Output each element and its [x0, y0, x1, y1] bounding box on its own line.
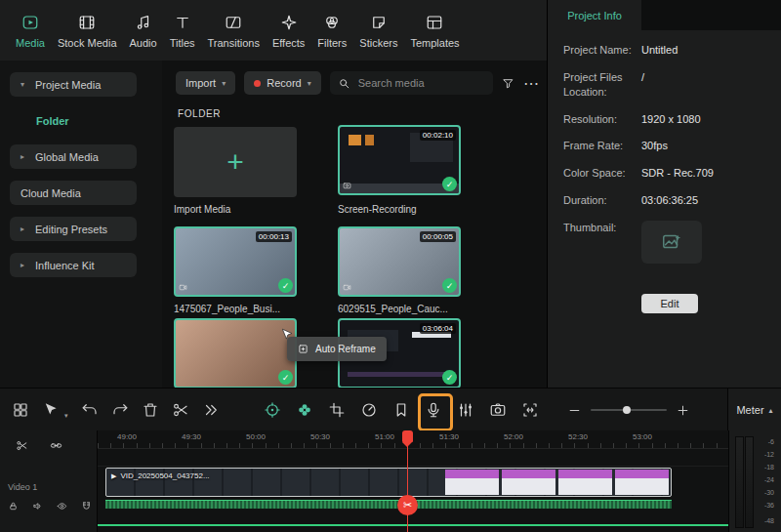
- field-label: Resolution:: [563, 112, 641, 127]
- field-value: 30fps: [641, 139, 668, 153]
- zoom-slider-knob[interactable]: [623, 406, 631, 414]
- tab-templates[interactable]: Templates: [410, 13, 459, 49]
- speaker-icon[interactable]: [32, 501, 43, 512]
- ruler-time-label: 51:30: [439, 432, 459, 441]
- tab-effects[interactable]: Effects: [272, 13, 305, 49]
- search-icon: [338, 77, 350, 90]
- delete-icon[interactable]: [142, 401, 159, 419]
- meter-label: Meter: [736, 404, 763, 416]
- check-badge-icon[interactable]: ✓: [278, 278, 293, 293]
- audio-mixer-icon[interactable]: [457, 401, 474, 419]
- tab-label: Media: [16, 37, 45, 49]
- tab-transitions[interactable]: Transitions: [208, 13, 260, 49]
- tab-titles[interactable]: Titles: [170, 13, 195, 49]
- playhead-handle[interactable]: [402, 430, 413, 442]
- more-options-icon[interactable]: ⋯: [523, 74, 539, 93]
- select-tool-icon[interactable]: [42, 401, 60, 419]
- toolbar-left-group: ▾: [12, 389, 220, 431]
- microphone-icon[interactable]: [425, 401, 442, 419]
- scissors-line-icon[interactable]: [16, 439, 28, 452]
- scissors-icon: ✂: [403, 499, 412, 512]
- clover-effect-icon[interactable]: [296, 401, 313, 419]
- tab-stickers[interactable]: Stickers: [359, 13, 397, 49]
- search-box: [330, 71, 493, 95]
- media-item-person-video[interactable]: ✓: [174, 318, 297, 389]
- expand-arrows-icon[interactable]: [521, 401, 539, 419]
- cut-scissors-badge[interactable]: ✂: [397, 495, 418, 515]
- check-badge-icon[interactable]: ✓: [442, 370, 457, 385]
- check-badge-icon[interactable]: ✓: [442, 177, 457, 191]
- search-input[interactable]: [356, 76, 485, 90]
- zoom-in-icon[interactable]: [677, 404, 689, 417]
- tab-project-info[interactable]: Project Info: [548, 0, 641, 30]
- media-item-label: Import Media: [174, 204, 299, 215]
- import-button[interactable]: Import ▾: [176, 71, 235, 95]
- playhead[interactable]: ✂: [407, 430, 408, 532]
- sidebar-item-cloud-media[interactable]: Cloud Media: [10, 181, 137, 205]
- marker-bookmark-icon[interactable]: [392, 401, 410, 419]
- check-badge-icon[interactable]: ✓: [278, 370, 293, 385]
- magnet-icon[interactable]: [81, 501, 92, 512]
- project-info-body: Project Name: Untitled Project Files Loc…: [563, 43, 771, 313]
- speed-gauge-icon[interactable]: [360, 401, 378, 419]
- ruler-time-label: 51:00: [375, 432, 394, 441]
- tab-audio[interactable]: Audio: [130, 13, 157, 49]
- media-item-screen-recording[interactable]: 00:02:10 ✓: [338, 125, 461, 195]
- chevron-right-icon: ▸: [21, 261, 28, 269]
- media-item-people-business[interactable]: 00:00:13 ✓: [174, 226, 297, 297]
- play-icon: ▶: [111, 472, 116, 480]
- link-icon[interactable]: [50, 439, 62, 452]
- sidebar-item-project-media[interactable]: ▾ Project Media: [10, 72, 137, 97]
- project-info-title: Project Info: [567, 10, 622, 21]
- field-label: Project Name:: [563, 43, 641, 58]
- chevron-right-icon: ▸: [21, 225, 28, 233]
- audio-waveform-track[interactable]: [105, 500, 672, 509]
- record-button[interactable]: Record ▾: [244, 71, 320, 95]
- field-color-space: Color Space: SDR - Rec.709: [563, 166, 771, 181]
- sidebar-item-label: Global Media: [35, 151, 99, 163]
- meter-toggle-button[interactable]: Meter ▴: [727, 389, 781, 431]
- voiceover-control: [425, 401, 442, 419]
- filter-icon[interactable]: [502, 77, 514, 90]
- zoom-out-icon[interactable]: [568, 404, 581, 417]
- more-tools-icon[interactable]: [202, 401, 220, 419]
- zoom-slider[interactable]: [591, 409, 667, 411]
- split-scissors-icon[interactable]: [172, 401, 189, 419]
- crop-icon[interactable]: [328, 401, 346, 419]
- ruler-time-label: 53:00: [633, 432, 652, 441]
- chevron-down-icon: ▾: [21, 80, 28, 89]
- lock-icon[interactable]: [8, 501, 19, 512]
- thumbnail-placeholder[interactable]: [641, 221, 702, 264]
- duration-badge: 00:00:13: [256, 231, 292, 242]
- tab-filters[interactable]: Filters: [317, 13, 347, 49]
- field-label: Frame Rate:: [563, 139, 641, 153]
- crosshair-tracking-icon[interactable]: [264, 401, 281, 419]
- timeline-ruler[interactable]: 49:00 49:30 50:00 50:30 51:00 51:30 52:0…: [98, 430, 728, 449]
- eye-icon[interactable]: [57, 501, 67, 512]
- import-media-tile[interactable]: +: [174, 127, 297, 197]
- sidebar-item-label: Editing Presets: [35, 224, 107, 235]
- redo-icon[interactable]: [111, 401, 129, 419]
- media-item-people-caucasian[interactable]: 00:00:05 ✓: [338, 226, 461, 297]
- snapshot-camera-icon[interactable]: [489, 401, 507, 419]
- undo-icon[interactable]: [81, 401, 99, 419]
- caret-up-icon: ▴: [769, 406, 773, 415]
- edit-button[interactable]: Edit: [641, 294, 698, 313]
- video-clip[interactable]: ▶ VID_20250504_043752...: [105, 468, 672, 497]
- sidebar-item-label: Influence Kit: [35, 260, 95, 271]
- media-item-label: 1475067_People_Busi...: [174, 304, 299, 314]
- sidebar-item-editing-presets[interactable]: ▸ Editing Presets: [10, 217, 137, 241]
- meter-scale-label: -30: [757, 489, 774, 496]
- sidebar-item-influence-kit[interactable]: ▸ Influence Kit: [10, 253, 137, 277]
- grid-view-icon[interactable]: [12, 401, 29, 419]
- sidebar-item-global-media[interactable]: ▸ Global Media: [10, 144, 137, 169]
- video-editor-app: Media Stock Media Audio Titles Transitio…: [0, 0, 781, 532]
- tab-stock-media[interactable]: Stock Media: [58, 13, 117, 49]
- sidebar-item-folder[interactable]: Folder: [25, 108, 80, 133]
- tab-label: Titles: [170, 37, 195, 49]
- lane-separator: [98, 466, 728, 467]
- plus-icon: +: [226, 147, 244, 177]
- tab-media[interactable]: Media: [16, 13, 45, 49]
- check-badge-icon[interactable]: ✓: [442, 278, 457, 293]
- ai-thumbnail-icon: [661, 231, 682, 253]
